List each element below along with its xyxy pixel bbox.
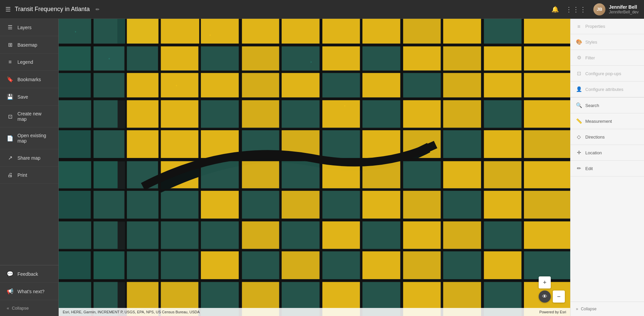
svg-rect-108 [362, 190, 400, 218]
map-canvas[interactable] [59, 19, 570, 316]
attribution-text: Esri, HERE, Garmin, INCREMENT P, USGS, E… [63, 310, 200, 314]
map-area[interactable]: + 👁 − Esri, HERE, Garmin, INCREMENT P, U… [59, 19, 570, 316]
collapse-arrows-icon: « [7, 306, 9, 311]
svg-point-166 [344, 105, 345, 106]
right-item-search[interactable]: 🔍 Search [571, 98, 644, 113]
right-item-location[interactable]: ✛ Location [571, 145, 644, 161]
svg-rect-97 [281, 160, 319, 188]
sidebar-item-print[interactable]: 🖨 Print [0, 167, 58, 184]
sidebar-item-basemap[interactable]: ⊞ Basemap [0, 36, 58, 54]
user-profile[interactable]: JB Jennifer Bell JenniferBell_dev [593, 3, 639, 15]
right-item-measurement[interactable]: 📏 Measurement [571, 113, 644, 129]
svg-rect-89 [321, 129, 360, 158]
right-item-filter: ⚙ Filter [571, 50, 644, 66]
sidebar-item-bookmarks[interactable]: 🔖 Bookmarks [0, 71, 58, 88]
svg-rect-51 [240, 19, 279, 44]
svg-rect-84 [483, 99, 521, 127]
svg-rect-60 [442, 19, 481, 44]
edit-title-icon[interactable]: ✏ [96, 7, 100, 12]
right-item-directions[interactable]: ◇ Directions [571, 129, 644, 145]
svg-rect-46 [126, 190, 199, 218]
svg-point-162 [108, 58, 110, 59]
sidebar-item-label: Legend [17, 59, 33, 65]
sidebar-item-share-map[interactable]: ↗ Share map [0, 149, 58, 167]
svg-rect-47 [126, 220, 199, 249]
apps-grid-icon[interactable]: ⋮⋮⋮ [566, 5, 587, 13]
sidebar-item-label: Create new map [17, 111, 52, 122]
sidebar-item-label: Feedback [17, 271, 38, 277]
svg-rect-78 [240, 99, 279, 127]
svg-rect-93 [483, 129, 521, 158]
svg-rect-68 [200, 72, 238, 97]
svg-rect-128 [442, 251, 481, 279]
svg-rect-83 [442, 99, 481, 127]
sidebar-item-whats-next[interactable]: 📢 What's next? [0, 283, 58, 300]
sidebar-item-label: Share map [17, 155, 40, 161]
svg-rect-127 [402, 251, 440, 279]
svg-rect-75 [483, 72, 521, 97]
map-attribution: Esri, HERE, Garmin, INCREMENT P, USGS, E… [59, 308, 570, 316]
notifications-icon[interactable]: 🔔 [551, 6, 559, 13]
filter-icon: ⚙ [576, 55, 582, 61]
svg-rect-102 [483, 160, 521, 188]
sidebar-item-label: Open existing map [17, 133, 52, 144]
svg-rect-113 [200, 220, 238, 249]
left-sidebar-collapse[interactable]: « Collapse [0, 300, 58, 316]
bookmarks-icon: 🔖 [7, 76, 13, 83]
svg-rect-41 [126, 72, 199, 97]
right-item-label: Directions [585, 135, 605, 140]
sidebar-bottom: 💬 Feedback 📢 What's next? « Collapse [0, 265, 58, 316]
map-controls: + 👁 − [539, 276, 565, 303]
svg-rect-30 [92, 129, 124, 158]
svg-rect-112 [523, 190, 570, 218]
svg-rect-114 [240, 220, 279, 249]
save-icon: 💾 [7, 94, 13, 100]
svg-rect-92 [442, 129, 481, 158]
svg-rect-121 [523, 220, 570, 249]
svg-rect-96 [240, 160, 279, 188]
print-icon: 🖨 [7, 172, 13, 178]
styles-icon: 🎨 [576, 39, 582, 45]
sidebar-item-layers[interactable]: ☰ Layers [0, 19, 58, 36]
right-item-label: Properties [585, 24, 605, 29]
right-item-label: Edit [585, 166, 593, 171]
user-handle: JenniferBell_dev [609, 10, 639, 14]
create-map-icon: ⊡ [7, 113, 13, 120]
svg-rect-65 [442, 45, 481, 70]
header-left: ☰ Transit Frequency in Atlanta ✏ [5, 6, 551, 13]
sidebar-item-feedback[interactable]: 💬 Feedback [0, 265, 58, 283]
svg-rect-38 [126, 19, 200, 44]
svg-point-164 [209, 35, 211, 36]
svg-rect-32 [59, 190, 91, 218]
map-visualization [59, 19, 570, 316]
svg-rect-71 [321, 72, 360, 97]
menu-icon[interactable]: ☰ [5, 6, 11, 13]
svg-point-165 [310, 61, 312, 63]
collapse-arrows-icon: » [576, 307, 578, 311]
right-sidebar: ≡ Properties 🎨 Styles ⚙ Filter ⊡ Configu… [570, 19, 644, 316]
sidebar-item-save[interactable]: 💾 Save [0, 88, 58, 106]
right-item-label: Filter [585, 55, 595, 60]
svg-rect-62 [523, 19, 570, 44]
map-view-toggle-button[interactable]: 👁 [539, 291, 551, 303]
svg-rect-64 [402, 45, 440, 70]
svg-rect-67 [523, 45, 570, 70]
zoom-out-button[interactable]: − [553, 291, 565, 303]
sidebar-item-create-new-map[interactable]: ⊡ Create new map [0, 106, 58, 127]
configure-popups-icon: ⊡ [576, 70, 582, 76]
sidebar-item-legend[interactable]: ≡ Legend [0, 54, 58, 71]
configure-attributes-icon: 👤 [576, 86, 582, 92]
svg-rect-63 [362, 45, 400, 70]
right-item-label: Styles [585, 40, 597, 45]
svg-rect-124 [281, 251, 319, 279]
zoom-in-button[interactable]: + [539, 276, 551, 288]
sidebar-item-label: Layers [17, 25, 32, 30]
sidebar-item-open-existing-map[interactable]: 📄 Open existing map [0, 127, 58, 149]
header-right: 🔔 ⋮⋮⋮ JB Jennifer Bell JenniferBell_dev [551, 3, 639, 15]
svg-rect-24 [92, 45, 124, 70]
svg-rect-104 [200, 190, 238, 218]
svg-rect-119 [442, 220, 481, 249]
app-title: Transit Frequency in Atlanta [15, 6, 90, 13]
right-item-edit[interactable]: ✏ Edit [571, 161, 644, 176]
right-sidebar-collapse[interactable]: » Collapse [571, 302, 644, 316]
